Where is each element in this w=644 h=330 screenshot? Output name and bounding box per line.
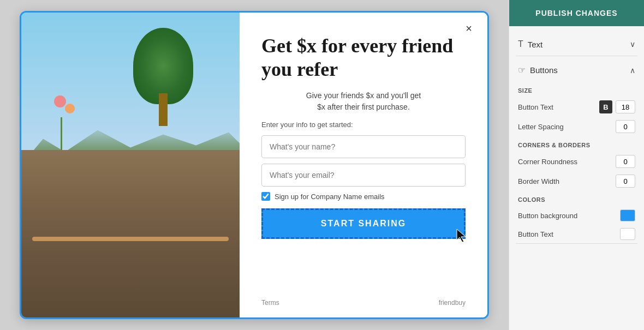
buttons-section: ☞ Buttons ∧ SIZE Button Text B Letter Sp… (516, 58, 637, 244)
button-text-color-controls (620, 228, 635, 240)
colors-label: COLORS (516, 191, 637, 206)
terms-link[interactable]: Terms (261, 299, 279, 307)
flowers-decoration (43, 95, 87, 150)
brand-link[interactable]: friendbuy (439, 299, 466, 307)
close-button[interactable]: × (461, 21, 476, 36)
cta-button[interactable]: START SHARING (261, 208, 466, 239)
email-input[interactable] (261, 164, 466, 187)
font-size-input[interactable] (616, 100, 635, 113)
corner-roundness-row: Corner Roundness (516, 152, 637, 171)
cursor-icon (455, 228, 470, 243)
corner-roundness-controls (616, 155, 635, 168)
letter-spacing-row: Letter Spacing (516, 117, 637, 136)
panel-body: T Text ∨ ☞ Buttons ∧ SIZE Button Text B (509, 26, 644, 330)
button-text-color-row: Button Text (516, 225, 637, 243)
right-panel: PUBLISH CHANGES T Text ∨ ☞ Buttons ∧ (509, 0, 644, 330)
text-section-header[interactable]: T Text ∨ (516, 33, 637, 56)
modal-subtext: Give your friends $x and you'll get $x a… (261, 90, 466, 113)
button-bg-swatch[interactable] (620, 209, 635, 221)
button-bg-row: Button background (516, 206, 637, 225)
text-section: T Text ∨ (516, 33, 637, 56)
buttons-chevron: ∧ (630, 66, 635, 75)
modal-instructions: Enter your info to get started: (261, 121, 466, 129)
button-text-label: Button Text (518, 103, 553, 111)
letter-spacing-input[interactable] (616, 120, 635, 133)
flower-head-orange (65, 104, 75, 113)
corners-label: CORNERS & BORDERS (516, 136, 637, 152)
letter-spacing-label: Letter Spacing (518, 123, 564, 131)
button-bg-label: Button background (518, 212, 577, 220)
flower-stem (61, 117, 62, 150)
button-text-color-swatch[interactable] (620, 228, 635, 240)
flower-head-pink (54, 95, 66, 107)
name-input[interactable] (261, 135, 466, 158)
svg-marker-0 (457, 229, 466, 242)
modal-content: × Get $x for every friend you refer Give… (240, 13, 487, 317)
signup-checkbox[interactable] (261, 192, 270, 201)
size-label: SIZE (516, 82, 637, 97)
publish-button[interactable]: PUBLISH CHANGES (509, 0, 644, 26)
modal-headline: Get $x for every friend you refer (261, 34, 466, 81)
text-icon: T (518, 39, 523, 49)
buttons-section-label: Buttons (530, 65, 558, 75)
bold-button[interactable]: B (599, 100, 612, 113)
corner-roundness-input[interactable] (616, 155, 635, 168)
button-text-controls: B (599, 100, 635, 113)
buttons-icon: ☞ (518, 65, 526, 75)
text-section-label: Text (528, 40, 543, 49)
button-text-row: Button Text B (516, 97, 637, 117)
corner-roundness-label: Corner Roundness (518, 158, 577, 166)
button-text-color-label: Button Text (518, 230, 553, 238)
border-width-label: Border Width (518, 177, 559, 185)
table-surface (32, 237, 229, 241)
button-bg-controls (620, 209, 635, 221)
cta-container: START SHARING (261, 208, 466, 239)
checkbox-row: Sign up for Company Name emails (261, 192, 466, 201)
main-area: × Get $x for every friend you refer Give… (0, 0, 509, 330)
text-chevron: ∨ (630, 40, 635, 49)
tree-trunk (159, 93, 168, 126)
modal-footer: Terms friendbuy (261, 292, 466, 307)
border-width-input[interactable] (616, 175, 635, 188)
modal-image (21, 13, 240, 317)
modal-container: × Get $x for every friend you refer Give… (20, 11, 489, 319)
letter-spacing-controls (616, 120, 635, 133)
text-section-title: T Text (518, 39, 542, 49)
border-width-controls (616, 175, 635, 188)
checkbox-label: Sign up for Company Name emails (275, 193, 385, 201)
tree-foliage (133, 28, 193, 104)
border-width-row: Border Width (516, 171, 637, 191)
buttons-section-title: ☞ Buttons (518, 65, 558, 75)
ground-bg (21, 150, 240, 317)
buttons-section-header[interactable]: ☞ Buttons ∧ (516, 58, 637, 82)
tree (130, 28, 196, 126)
